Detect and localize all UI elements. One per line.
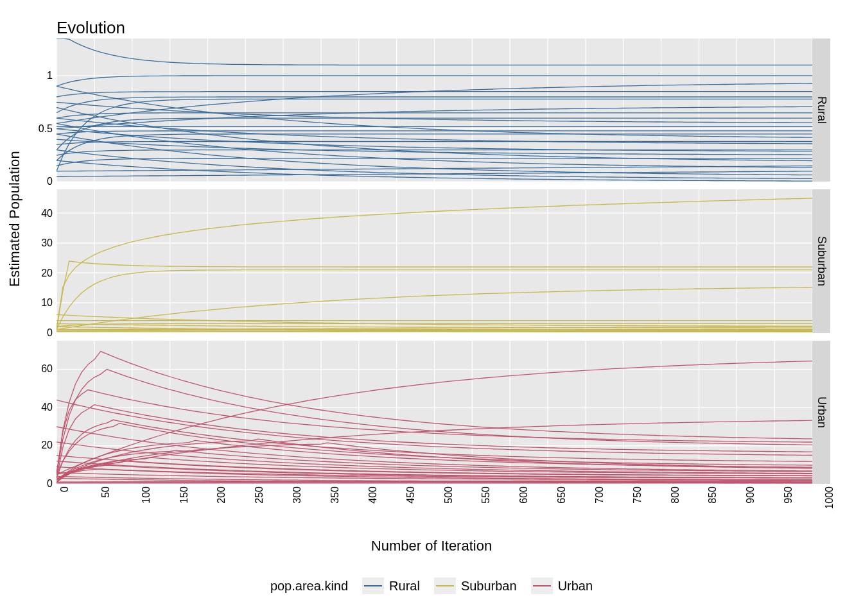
- legend-item-urban: Urban: [531, 578, 593, 594]
- y-tick: 0.5: [39, 123, 53, 135]
- y-tick: 40: [41, 208, 53, 219]
- legend-label: Suburban: [461, 579, 517, 594]
- x-tick: 600: [519, 486, 530, 504]
- x-tick: 300: [292, 486, 303, 504]
- x-tick: 50: [100, 486, 112, 498]
- x-tick: 400: [367, 486, 379, 504]
- y-axis-label: Estimated Population: [6, 151, 23, 287]
- y-tick: 40: [41, 402, 53, 413]
- x-axis-label: Number of Iteration: [0, 538, 863, 554]
- legend-swatch: [362, 578, 384, 594]
- chart-title: Evolution: [57, 18, 125, 38]
- x-tick: 450: [405, 486, 417, 504]
- facet-column: 00.51Rural010203040Suburban0204060Urban: [57, 38, 830, 484]
- x-tick: 100: [141, 486, 152, 504]
- x-tick: 200: [216, 486, 228, 504]
- legend-item-suburban: Suburban: [434, 578, 517, 594]
- facet-strip-suburban: Suburban: [812, 189, 830, 332]
- x-tick: 1000: [824, 486, 835, 509]
- facet-strip-urban: Urban: [812, 341, 830, 484]
- x-tick: 750: [632, 486, 643, 504]
- x-tick: 900: [745, 486, 757, 504]
- x-tick: 800: [670, 486, 681, 504]
- x-tick: 0: [59, 486, 71, 492]
- legend: pop.area.kind Rural Suburban Urban: [0, 578, 863, 594]
- panel-rural: 00.51: [57, 38, 812, 182]
- legend-swatch: [531, 578, 553, 594]
- x-tick: 150: [179, 486, 190, 504]
- y-tick: 60: [41, 363, 53, 375]
- facet-strip-rural: Rural: [812, 38, 830, 182]
- legend-swatch: [434, 578, 456, 594]
- y-tick: 0: [47, 176, 53, 187]
- x-tick: 650: [556, 486, 568, 504]
- x-tick: 700: [594, 486, 606, 504]
- x-tick: 250: [254, 486, 266, 504]
- x-tick: 850: [708, 486, 719, 504]
- y-tick: 1: [47, 70, 53, 81]
- x-tick: 550: [481, 486, 493, 504]
- y-tick: 0: [47, 478, 53, 490]
- x-tick: 500: [443, 486, 455, 504]
- y-tick: 20: [41, 440, 53, 451]
- y-tick: 0: [47, 327, 53, 339]
- panel-urban: 0204060: [57, 341, 812, 484]
- legend-title: pop.area.kind: [270, 579, 348, 594]
- x-axis-ticks: 0501001502002503003504004505005506006507…: [57, 486, 812, 538]
- x-tick: 350: [329, 486, 341, 504]
- legend-label: Rural: [389, 579, 420, 594]
- panel-suburban: 010203040: [57, 189, 812, 332]
- x-tick: 950: [783, 486, 794, 504]
- y-tick: 20: [41, 268, 53, 279]
- y-tick: 30: [41, 237, 53, 249]
- y-tick: 10: [41, 297, 53, 309]
- legend-item-rural: Rural: [362, 578, 420, 594]
- legend-label: Urban: [558, 579, 593, 594]
